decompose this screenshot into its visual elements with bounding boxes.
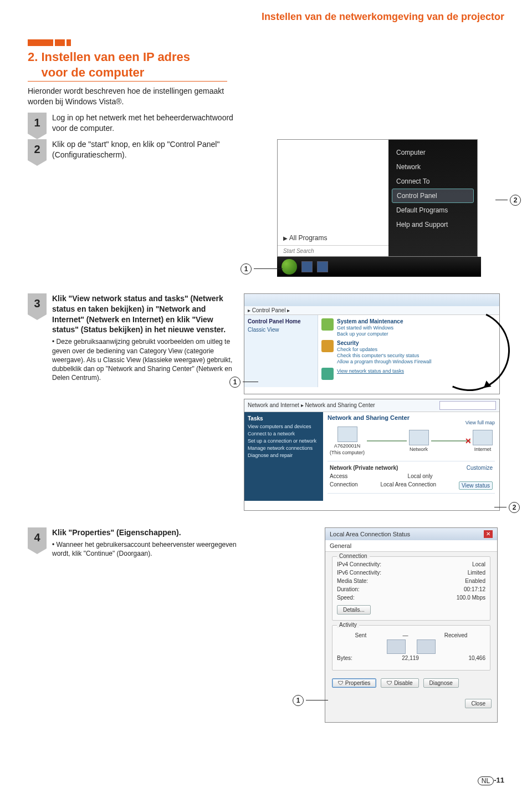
doc-title: Instellen van de netwerkomgeving van de … [28,11,504,23]
cp-classic-view[interactable]: Classic View [248,327,314,333]
security-icon [321,340,334,352]
cp-system-maintenance[interactable]: System and Maintenance [337,318,403,324]
view-full-map-link[interactable]: View full map [466,420,495,425]
callout-1: 1 [293,695,304,706]
cp-home[interactable]: Control Panel Home [248,318,314,324]
view-status-link[interactable]: View status [459,481,493,490]
step-number-2: 2 [28,139,47,160]
step-4-text: Klik "Properties" (Eigenschappen). [52,527,238,538]
menu-connect-to[interactable]: Connect To [388,174,477,189]
menu-all-programs[interactable]: All Programs [278,231,388,245]
tasks-heading: Tasks [248,415,320,422]
intro-text: Hieronder wordt beschreven hoe de instel… [28,86,227,107]
callout-2: 2 [509,502,520,513]
step-4-note: Wanneer het gebruikersaccount beheervens… [52,540,238,558]
disconnected-icon: ✕ [465,436,472,445]
close-button[interactable]: Close [465,699,492,708]
callout-1: 1 [241,263,252,275]
taskbar-tray-icon [301,261,313,272]
step-3-note: Deze gebruiksaanwijzing gebruikt voorbee… [52,337,238,382]
pc-icon [387,639,406,654]
internet-globe-icon [473,430,493,445]
step-number-3: 3 [28,293,47,314]
taskbar-tray-icon [317,261,328,272]
menu-help-support[interactable]: Help and Support [388,217,477,232]
callout-1: 1 [229,377,241,388]
start-orb-icon[interactable] [282,259,297,275]
details-button[interactable]: Details... [337,605,371,615]
screenshot-start-menu: All Programs Start Search Computer Netwo… [277,139,478,257]
pc-icon [417,639,436,654]
menu-network[interactable]: Network [388,160,477,174]
system-maintenance-icon [321,318,334,331]
network-node-icon [409,430,429,445]
breadcrumb[interactable]: Network and Internet ▸ Network and Shari… [248,402,375,408]
tab-general[interactable]: General [325,540,497,552]
start-search-input[interactable]: Start Search [278,245,388,256]
menu-computer[interactable]: Computer [388,145,477,160]
group-connection: Connection [337,553,370,559]
dialog-title: Local Area Connection Status [330,531,410,537]
task-diagnose-repair[interactable]: Diagnose and repair [248,453,320,458]
task-setup-connection[interactable]: Set up a connection or network [248,438,320,444]
callout-2: 2 [510,195,521,206]
section-heading: 2. Instellen van een IP adres 2. voor de… [28,49,227,82]
step-1-text: Log in op het netwerk met het beheerderw… [52,113,238,134]
disable-button[interactable]: 🛡 Disable [381,678,418,688]
screenshot-network-sharing-center: Network and Internet ▸ Network and Shari… [244,399,500,511]
screenshot-lan-status-dialog: Local Area Connection Status ✕ General C… [325,527,498,723]
step-number-1: 1 [28,113,47,134]
cp-security[interactable]: Security [337,340,432,346]
menu-default-programs[interactable]: Default Programs [388,203,477,217]
step-2-text: Klik op de "start" knop, en klik op "Con… [52,139,238,160]
close-icon[interactable]: ✕ [484,530,493,538]
computer-icon [337,427,357,442]
task-connect-network[interactable]: Connect to a network [248,431,320,436]
search-input[interactable] [439,401,496,410]
group-activity: Activity [337,622,359,628]
page-number: NL-11 [478,776,504,785]
diagnose-button[interactable]: Diagnose [423,678,459,688]
cp-view-network-status-link[interactable]: View network status and tasks [337,368,404,374]
task-manage-connections[interactable]: Manage network connections [248,445,320,451]
menu-control-panel[interactable]: Control Panel [392,189,474,203]
properties-button[interactable]: 🛡 Properties [332,678,376,688]
decorative-bars [28,39,504,46]
customize-link[interactable]: Customize [467,465,493,471]
step-3-text: Klik "View network status and tasks" (Ne… [52,293,238,336]
network-icon [321,368,334,380]
step-number-4: 4 [28,527,47,549]
task-view-computers[interactable]: View computers and devices [248,424,320,429]
